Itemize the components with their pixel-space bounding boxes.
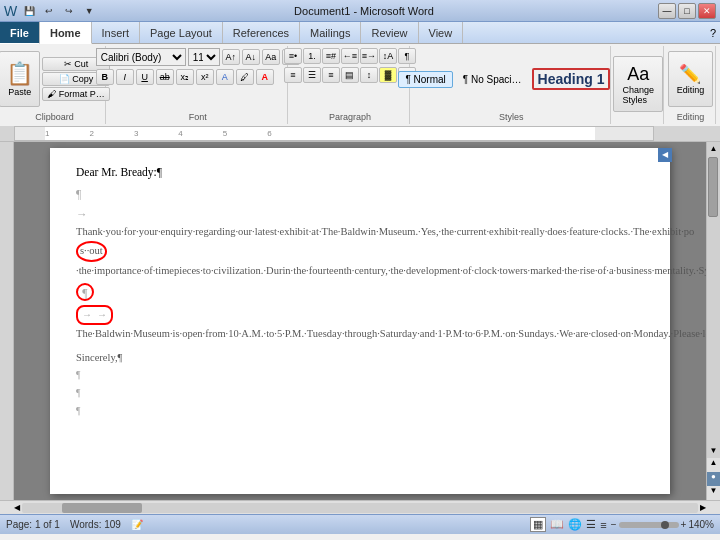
title-bar-left: W 💾 ↩ ↪ ▼ — [4, 3, 97, 19]
paste-button[interactable]: 📋 Paste — [0, 51, 40, 107]
view-fullread[interactable]: 📖 — [550, 518, 564, 531]
sort-button[interactable]: ↕A — [379, 48, 397, 64]
text-effects-button[interactable]: A — [216, 69, 234, 85]
editing-button[interactable]: ✏️ Editing — [668, 51, 714, 107]
para-mark-1: ¶ — [76, 188, 81, 200]
qa-dropdown[interactable]: ▼ — [81, 4, 97, 18]
minimize-button[interactable]: — — [658, 3, 676, 19]
paste-icon: 📋 — [6, 61, 33, 87]
line-spacing-button[interactable]: ↕ — [360, 67, 378, 83]
multilevel-button[interactable]: ≡# — [322, 48, 340, 64]
window-controls: — □ ✕ — [658, 3, 716, 19]
vertical-scrollbar[interactable]: ▲ ▼ ▲ ● ▼ — [706, 142, 720, 500]
highlight-button[interactable]: 🖊 — [236, 69, 254, 85]
style-heading1[interactable]: Heading 1 — [532, 68, 611, 90]
tab-insert[interactable]: Insert — [92, 22, 141, 43]
closing-blank3: ¶ — [76, 402, 644, 420]
bold-button[interactable]: B — [96, 69, 114, 85]
change-case-button[interactable]: Aa — [262, 49, 280, 65]
qa-redo[interactable]: ↪ — [61, 4, 77, 18]
closing-blank2: ¶ — [76, 384, 644, 402]
paragraph-group-label: Paragraph — [329, 110, 371, 122]
status-bar: Page: 1 of 1 Words: 109 📝 ▦ 📖 🌐 ☰ ≡ − + … — [0, 514, 720, 534]
ruler-vertical — [0, 142, 14, 500]
decrease-indent-button[interactable]: ←≡ — [341, 48, 359, 64]
salutation-text: Dear Mr. Bready:¶ — [76, 166, 162, 178]
para1-text2: ·the·importance·of·timepieces·to·civiliz… — [76, 265, 706, 276]
clipboard-group: 📋 Paste ✂ Cut 📄 Copy 🖌 Format P… Clipboa… — [4, 46, 106, 124]
closing-text: Sincerely,¶ — [76, 352, 122, 363]
change-styles-button[interactable]: Aa ChangeStyles — [613, 56, 663, 112]
increase-indent-button[interactable]: ≡→ — [360, 48, 378, 64]
scroll-down-button[interactable]: ▼ — [707, 444, 721, 458]
maximize-button[interactable]: □ — [678, 3, 696, 19]
scroll-up-button[interactable]: ▲ — [707, 142, 721, 156]
zoom-out-button[interactable]: − — [611, 519, 617, 530]
window-title: Document1 - Microsoft Word — [4, 5, 720, 17]
increase-font-button[interactable]: A↑ — [222, 49, 240, 65]
view-draft[interactable]: ≡ — [600, 519, 606, 531]
tab-view[interactable]: View — [419, 22, 464, 43]
clipboard-content: 📋 Paste ✂ Cut 📄 Copy 🖌 Format P… — [0, 48, 110, 110]
tab-review[interactable]: Review — [361, 22, 418, 43]
title-bar: W 💾 ↩ ↪ ▼ Document1 - Microsoft Word — □… — [0, 0, 720, 22]
editing-icon: ✏️ — [679, 63, 701, 85]
paragraph-1: → Thank·you·for·your·enquiry·regarding·o… — [76, 206, 644, 280]
hscroll-thumb[interactable] — [62, 503, 142, 513]
document-scroll-area[interactable]: Dear Mr. Bready:¶ ¶ → Thank·you·for·your… — [14, 142, 706, 500]
change-styles-group: Aa ChangeStyles — [613, 46, 664, 124]
superscript-button[interactable]: x² — [196, 69, 214, 85]
paragraph-2: → → The·Baldwin·Museum·is·open·from·10·A… — [76, 305, 644, 342]
view-web[interactable]: 🌐 — [568, 518, 582, 531]
font-name-select[interactable]: Calibri (Body) — [96, 48, 186, 66]
styles-list: ¶ Normal ¶ No Spaci… Heading 1 ▼ — [398, 68, 624, 90]
page-info: Page: 1 of 1 — [6, 519, 60, 530]
font-style-row: B I U ab x₂ x² A 🖊 A — [96, 69, 274, 85]
cursor-position: ◀ — [658, 148, 672, 162]
view-print[interactable]: ▦ — [530, 517, 546, 532]
qa-undo[interactable]: ↩ — [41, 4, 57, 18]
hscroll-right[interactable]: ▶ — [700, 503, 706, 512]
ruler-horizontal: 123456 — [0, 126, 720, 142]
font-color-button[interactable]: A — [256, 69, 274, 85]
subscript-button[interactable]: x₂ — [176, 69, 194, 85]
scroll-thumb[interactable] — [708, 157, 718, 217]
shading-button[interactable]: ▓ — [379, 67, 397, 83]
qa-save[interactable]: 💾 — [21, 4, 37, 18]
salutation-line: Dear Mr. Bready:¶ — [76, 164, 644, 182]
align-center-button[interactable]: ☰ — [303, 67, 321, 83]
justify-button[interactable]: ▤ — [341, 67, 359, 83]
style-normal[interactable]: ¶ Normal — [398, 71, 452, 88]
paste-label: Paste — [8, 87, 31, 97]
strikethrough-button[interactable]: ab — [156, 69, 174, 85]
tab-page-layout[interactable]: Page Layout — [140, 22, 223, 43]
zoom-in-button[interactable]: + — [681, 519, 687, 530]
close-button[interactable]: ✕ — [698, 3, 716, 19]
decrease-font-button[interactable]: A↓ — [242, 49, 260, 65]
scroll-prev-page[interactable]: ▲ — [707, 458, 721, 472]
hscroll-left[interactable]: ◀ — [14, 503, 20, 512]
ribbon-help[interactable]: ? — [710, 27, 716, 39]
scroll-select[interactable]: ● — [707, 472, 721, 486]
horizontal-scrollbar[interactable]: ◀ ▶ — [0, 500, 720, 514]
bullets-button[interactable]: ≡• — [284, 48, 302, 64]
align-left-button[interactable]: ≡ — [284, 67, 302, 83]
tab-mailings[interactable]: Mailings — [300, 22, 361, 43]
tab-references[interactable]: References — [223, 22, 300, 43]
numbering-button[interactable]: 1. — [303, 48, 321, 64]
tab-home[interactable]: Home — [40, 22, 92, 44]
scroll-track — [707, 156, 720, 444]
styles-group-label: Styles — [499, 110, 524, 122]
italic-button[interactable]: I — [116, 69, 134, 85]
styles-group: ¶ Normal ¶ No Spaci… Heading 1 ▼ Styles — [412, 46, 611, 124]
view-outline[interactable]: ☰ — [586, 518, 596, 531]
zoom-slider[interactable] — [619, 522, 679, 528]
underline-button[interactable]: U — [136, 69, 154, 85]
tab-file[interactable]: File — [0, 22, 40, 44]
style-no-spacing[interactable]: ¶ No Spaci… — [456, 71, 529, 88]
spelling-icon[interactable]: 📝 — [131, 519, 143, 530]
scroll-next-page[interactable]: ▼ — [707, 486, 721, 500]
font-size-select[interactable]: 11 — [188, 48, 220, 66]
document-page: Dear Mr. Bready:¶ ¶ → Thank·you·for·your… — [50, 148, 670, 494]
align-right-button[interactable]: ≡ — [322, 67, 340, 83]
